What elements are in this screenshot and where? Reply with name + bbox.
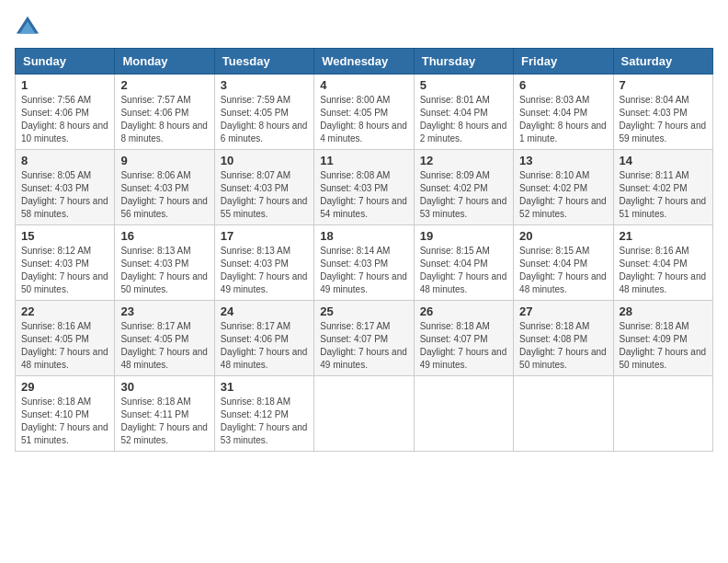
day-number: 22 bbox=[21, 304, 108, 318]
calendar-cell: 13 Sunrise: 8:10 AM Sunset: 4:02 PM Dayl… bbox=[514, 150, 613, 225]
calendar-cell: 18 Sunrise: 8:14 AM Sunset: 4:03 PM Dayl… bbox=[314, 225, 414, 301]
calendar-cell: 30 Sunrise: 8:18 AM Sunset: 4:11 PM Dayl… bbox=[115, 376, 214, 452]
day-info: Sunrise: 8:08 AM Sunset: 4:03 PM Dayligh… bbox=[320, 169, 407, 221]
day-info: Sunrise: 8:04 AM Sunset: 4:03 PM Dayligh… bbox=[620, 94, 707, 145]
day-info: Sunrise: 8:17 AM Sunset: 4:05 PM Dayligh… bbox=[120, 320, 208, 372]
day-number: 8 bbox=[21, 154, 108, 167]
calendar-cell: 4 Sunrise: 8:00 AM Sunset: 4:05 PM Dayli… bbox=[314, 75, 414, 150]
day-info: Sunrise: 8:10 AM Sunset: 4:02 PM Dayligh… bbox=[519, 169, 607, 221]
day-number: 18 bbox=[320, 229, 407, 243]
day-info: Sunrise: 8:18 AM Sunset: 4:10 PM Dayligh… bbox=[21, 396, 108, 447]
day-info: Sunrise: 7:57 AM Sunset: 4:06 PM Dayligh… bbox=[120, 94, 208, 145]
calendar-header-row: SundayMondayTuesdayWednesdayThursdayFrid… bbox=[16, 49, 713, 75]
calendar-cell: 15 Sunrise: 8:12 AM Sunset: 4:03 PM Dayl… bbox=[16, 225, 115, 301]
day-info: Sunrise: 8:16 AM Sunset: 4:04 PM Dayligh… bbox=[620, 245, 707, 296]
calendar-week-5: 29 Sunrise: 8:18 AM Sunset: 4:10 PM Dayl… bbox=[16, 376, 713, 452]
day-info: Sunrise: 8:18 AM Sunset: 4:11 PM Dayligh… bbox=[120, 396, 208, 447]
calendar-cell: 29 Sunrise: 8:18 AM Sunset: 4:10 PM Dayl… bbox=[16, 376, 115, 452]
day-number: 6 bbox=[519, 78, 607, 92]
calendar-week-2: 8 Sunrise: 8:05 AM Sunset: 4:03 PM Dayli… bbox=[16, 150, 713, 225]
calendar-cell: 19 Sunrise: 8:15 AM Sunset: 4:04 PM Dayl… bbox=[414, 225, 513, 301]
day-number: 30 bbox=[120, 380, 208, 394]
day-info: Sunrise: 8:18 AM Sunset: 4:07 PM Dayligh… bbox=[420, 320, 507, 372]
day-number: 26 bbox=[420, 304, 507, 318]
day-info: Sunrise: 8:14 AM Sunset: 4:03 PM Dayligh… bbox=[320, 245, 407, 296]
calendar-cell: 23 Sunrise: 8:17 AM Sunset: 4:05 PM Dayl… bbox=[115, 301, 214, 376]
day-number: 15 bbox=[21, 229, 108, 243]
header-tuesday: Tuesday bbox=[214, 49, 313, 75]
day-number: 27 bbox=[519, 304, 607, 318]
day-info: Sunrise: 8:00 AM Sunset: 4:05 PM Dayligh… bbox=[320, 94, 407, 145]
calendar-cell: 9 Sunrise: 8:06 AM Sunset: 4:03 PM Dayli… bbox=[115, 150, 214, 225]
header-monday: Monday bbox=[115, 49, 214, 75]
day-number: 25 bbox=[320, 304, 407, 318]
calendar-cell: 27 Sunrise: 8:18 AM Sunset: 4:08 PM Dayl… bbox=[514, 301, 613, 376]
calendar-cell: 25 Sunrise: 8:17 AM Sunset: 4:07 PM Dayl… bbox=[314, 301, 414, 376]
day-number: 20 bbox=[519, 229, 607, 243]
calendar-cell: 17 Sunrise: 8:13 AM Sunset: 4:03 PM Dayl… bbox=[214, 225, 313, 301]
day-number: 2 bbox=[120, 78, 208, 92]
logo bbox=[15, 15, 42, 40]
day-number: 14 bbox=[620, 154, 707, 167]
day-number: 19 bbox=[420, 229, 507, 243]
day-number: 5 bbox=[420, 78, 507, 92]
day-info: Sunrise: 8:13 AM Sunset: 4:03 PM Dayligh… bbox=[221, 245, 308, 296]
day-number: 24 bbox=[221, 304, 308, 318]
calendar-cell: 31 Sunrise: 8:18 AM Sunset: 4:12 PM Dayl… bbox=[214, 376, 313, 452]
calendar-cell: 1 Sunrise: 7:56 AM Sunset: 4:06 PM Dayli… bbox=[16, 75, 115, 150]
day-info: Sunrise: 8:15 AM Sunset: 4:04 PM Dayligh… bbox=[519, 245, 607, 296]
day-number: 10 bbox=[221, 154, 308, 167]
day-info: Sunrise: 8:12 AM Sunset: 4:03 PM Dayligh… bbox=[21, 245, 108, 296]
calendar-week-4: 22 Sunrise: 8:16 AM Sunset: 4:05 PM Dayl… bbox=[16, 301, 713, 376]
day-number: 21 bbox=[620, 229, 707, 243]
day-number: 3 bbox=[221, 78, 308, 92]
calendar-cell: 24 Sunrise: 8:17 AM Sunset: 4:06 PM Dayl… bbox=[214, 301, 313, 376]
calendar-cell: 5 Sunrise: 8:01 AM Sunset: 4:04 PM Dayli… bbox=[414, 75, 513, 150]
day-info: Sunrise: 8:11 AM Sunset: 4:02 PM Dayligh… bbox=[620, 169, 707, 221]
day-info: Sunrise: 8:09 AM Sunset: 4:02 PM Dayligh… bbox=[420, 169, 507, 221]
day-info: Sunrise: 8:01 AM Sunset: 4:04 PM Dayligh… bbox=[420, 94, 507, 145]
calendar-table: SundayMondayTuesdayWednesdayThursdayFrid… bbox=[15, 48, 713, 452]
calendar-cell: 26 Sunrise: 8:18 AM Sunset: 4:07 PM Dayl… bbox=[414, 301, 513, 376]
calendar-cell bbox=[314, 376, 414, 452]
calendar-cell: 21 Sunrise: 8:16 AM Sunset: 4:04 PM Dayl… bbox=[613, 225, 712, 301]
calendar-cell bbox=[414, 376, 513, 452]
day-number: 1 bbox=[21, 78, 108, 92]
day-info: Sunrise: 8:18 AM Sunset: 4:09 PM Dayligh… bbox=[620, 320, 707, 372]
day-info: Sunrise: 8:13 AM Sunset: 4:03 PM Dayligh… bbox=[120, 245, 208, 296]
day-number: 23 bbox=[120, 304, 208, 318]
calendar-cell: 22 Sunrise: 8:16 AM Sunset: 4:05 PM Dayl… bbox=[16, 301, 115, 376]
calendar-cell: 16 Sunrise: 8:13 AM Sunset: 4:03 PM Dayl… bbox=[115, 225, 214, 301]
day-number: 11 bbox=[320, 154, 407, 167]
calendar-cell: 7 Sunrise: 8:04 AM Sunset: 4:03 PM Dayli… bbox=[613, 75, 712, 150]
header-saturday: Saturday bbox=[613, 49, 712, 75]
header-sunday: Sunday bbox=[16, 49, 115, 75]
calendar-cell: 2 Sunrise: 7:57 AM Sunset: 4:06 PM Dayli… bbox=[115, 75, 214, 150]
logo-icon bbox=[15, 15, 40, 40]
calendar-cell: 3 Sunrise: 7:59 AM Sunset: 4:05 PM Dayli… bbox=[214, 75, 313, 150]
day-info: Sunrise: 8:17 AM Sunset: 4:07 PM Dayligh… bbox=[320, 320, 407, 372]
calendar-week-1: 1 Sunrise: 7:56 AM Sunset: 4:06 PM Dayli… bbox=[16, 75, 713, 150]
calendar-cell: 12 Sunrise: 8:09 AM Sunset: 4:02 PM Dayl… bbox=[414, 150, 513, 225]
calendar-cell: 14 Sunrise: 8:11 AM Sunset: 4:02 PM Dayl… bbox=[613, 150, 712, 225]
calendar-cell: 10 Sunrise: 8:07 AM Sunset: 4:03 PM Dayl… bbox=[214, 150, 313, 225]
day-number: 12 bbox=[420, 154, 507, 167]
day-info: Sunrise: 8:17 AM Sunset: 4:06 PM Dayligh… bbox=[221, 320, 308, 372]
day-info: Sunrise: 8:18 AM Sunset: 4:08 PM Dayligh… bbox=[519, 320, 607, 372]
day-number: 9 bbox=[120, 154, 208, 167]
header-thursday: Thursday bbox=[414, 49, 513, 75]
page-header bbox=[15, 15, 713, 40]
day-info: Sunrise: 8:16 AM Sunset: 4:05 PM Dayligh… bbox=[21, 320, 108, 372]
calendar-cell: 28 Sunrise: 8:18 AM Sunset: 4:09 PM Dayl… bbox=[613, 301, 712, 376]
calendar-cell bbox=[613, 376, 712, 452]
day-info: Sunrise: 8:07 AM Sunset: 4:03 PM Dayligh… bbox=[221, 169, 308, 221]
calendar-week-3: 15 Sunrise: 8:12 AM Sunset: 4:03 PM Dayl… bbox=[16, 225, 713, 301]
calendar-cell: 11 Sunrise: 8:08 AM Sunset: 4:03 PM Dayl… bbox=[314, 150, 414, 225]
day-info: Sunrise: 8:15 AM Sunset: 4:04 PM Dayligh… bbox=[420, 245, 507, 296]
day-number: 13 bbox=[519, 154, 607, 167]
calendar-cell: 8 Sunrise: 8:05 AM Sunset: 4:03 PM Dayli… bbox=[16, 150, 115, 225]
calendar-cell: 6 Sunrise: 8:03 AM Sunset: 4:04 PM Dayli… bbox=[514, 75, 613, 150]
header-friday: Friday bbox=[514, 49, 613, 75]
day-info: Sunrise: 8:18 AM Sunset: 4:12 PM Dayligh… bbox=[221, 396, 308, 447]
calendar-cell bbox=[514, 376, 613, 452]
